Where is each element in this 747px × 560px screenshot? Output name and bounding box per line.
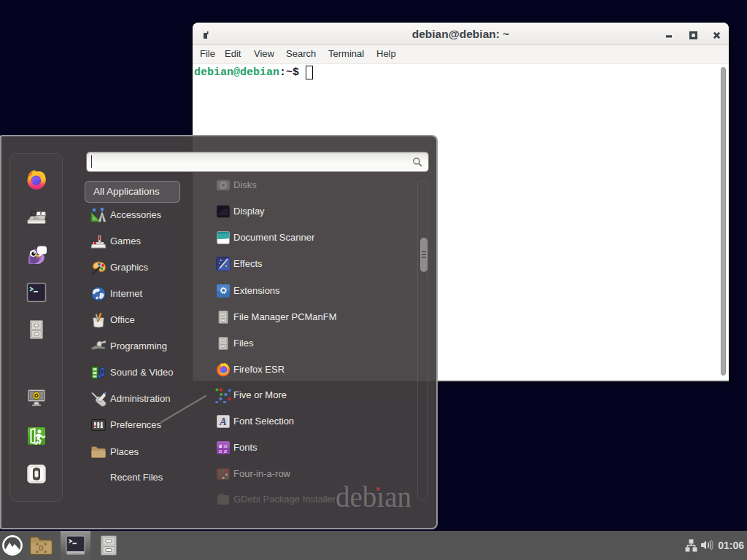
svg-text:a: a [224, 448, 227, 454]
svg-text:A: A [219, 416, 226, 427]
svg-text:a: a [219, 448, 222, 454]
